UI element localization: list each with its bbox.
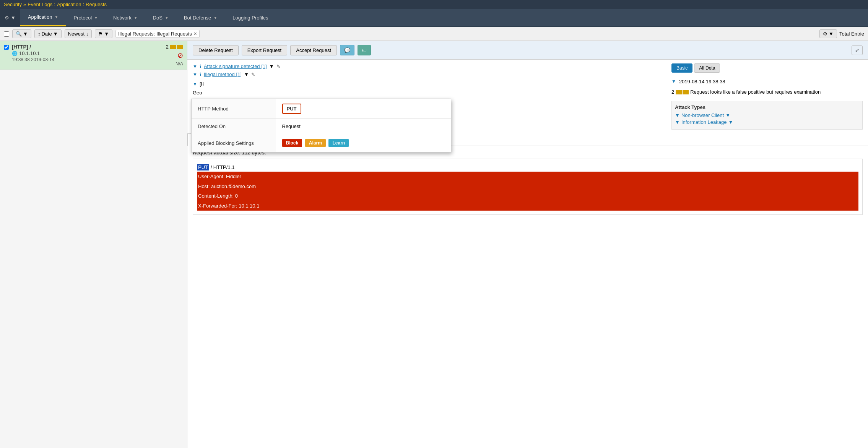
nav-item-protocol[interactable]: Protocol ▼ xyxy=(66,9,106,26)
filter-icon-3: ▼ xyxy=(193,81,197,87)
timestamp-value: 2019-08-14 19:38:38 xyxy=(679,79,725,84)
bot-defense-arrow: ▼ xyxy=(213,16,217,20)
network-arrow: ▼ xyxy=(134,16,138,20)
toolbar-right: ⚙ ▼ Total Entrie xyxy=(819,29,864,38)
comment-button[interactable]: 💬 xyxy=(340,45,354,55)
settings-icon: ⚙ xyxy=(823,31,827,37)
alarm-button[interactable]: Alarm xyxy=(305,139,326,147)
list-item-checkbox[interactable] xyxy=(4,45,9,50)
code-line-3: Host: auction.f5demo.com xyxy=(197,182,858,191)
code-block: PUT / HTTP/1.1 User-Agent: Fiddler Host:… xyxy=(193,159,863,215)
illegal-method-filter-row: ▼ ℹ Illegal method [1] ▼ ✎ xyxy=(193,71,666,77)
illegal-method-link[interactable]: Illegal method [1] xyxy=(204,71,242,77)
delete-request-button[interactable]: Delete Request xyxy=(193,45,239,55)
info-leakage-label: Information Leakage xyxy=(681,119,727,125)
export-request-button[interactable]: Export Request xyxy=(242,45,288,55)
protocol-label: Protocol xyxy=(73,15,92,21)
right-top-detail: Basic All Deta ▼ 2019-08-14 19:38:38 2 xyxy=(671,63,863,130)
accept-request-button[interactable]: Accept Request xyxy=(290,45,337,55)
dos-label: DoS xyxy=(153,15,163,21)
navigation-bar: ⚙ ▼ Application ▼ Protocol ▼ Network ▼ D… xyxy=(0,9,868,27)
severity-indicator: 2 Request looks like a false positive bu… xyxy=(671,89,821,95)
ip-address: 10.1.10.1 xyxy=(19,50,40,56)
total-entries-label: Total Entrie xyxy=(839,31,864,37)
order-label: Newest ↓ xyxy=(68,31,88,37)
list-item-content: [HTTP] / 🌐 10.1.10.1 19:38:38 2019-08-14 xyxy=(12,44,163,62)
na-label: N/A xyxy=(176,61,183,67)
attack-sig-link[interactable]: Attack signature detected [1] xyxy=(204,63,267,69)
action-bar: Delete Request Export Request Accept Req… xyxy=(187,41,868,60)
block-button[interactable]: Block xyxy=(282,139,302,147)
nav-item-network[interactable]: Network ▼ xyxy=(106,9,145,26)
requests-crumb[interactable]: Requests xyxy=(86,2,107,7)
count-label: 2 xyxy=(166,44,169,50)
nav-item-application[interactable]: Application ▼ xyxy=(20,9,66,26)
view-tabs: Basic All Deta xyxy=(671,63,863,73)
severity-detail-box-2 xyxy=(683,90,689,94)
nav-item-dos[interactable]: DoS ▼ xyxy=(145,9,176,26)
expand-icon: ⤢ xyxy=(855,47,859,53)
detected-label-cell: Detected On xyxy=(192,119,276,134)
code-line-5: X-Forwarded-For: 10.1.10.1 xyxy=(197,201,858,211)
nav-item-bot-defense[interactable]: Bot Defense ▼ xyxy=(176,9,225,26)
info-icon-1: ℹ xyxy=(200,64,202,69)
popup-table: HTTP Method PUT Detected On Request Appl… xyxy=(192,99,451,152)
severity-desc: Request looks like a false positive but … xyxy=(690,89,821,95)
filter-label: Illegal Requests: xyxy=(118,31,155,37)
select-all-checkbox[interactable] xyxy=(4,31,9,37)
sort-date-label: Date xyxy=(41,31,52,37)
bot-defense-label: Bot Defense xyxy=(184,15,211,21)
severity-bar xyxy=(170,45,183,49)
learn-button[interactable]: Learn xyxy=(328,139,349,147)
flag-arrow: ▼ xyxy=(104,31,109,37)
breadcrumb: Security » Event Logs : Application : Re… xyxy=(0,0,868,9)
severity-row: 2 Request looks like a false positive bu… xyxy=(671,88,863,96)
sort-date-button[interactable]: ↕ Date ▼ xyxy=(34,29,62,38)
code-line-2: User-Agent: Fiddler xyxy=(197,172,858,181)
filter-close-button[interactable]: ✕ xyxy=(193,31,197,36)
gear-arrow: ▼ xyxy=(11,15,16,21)
severity-detail-box-1 xyxy=(676,90,682,94)
tab-all-details[interactable]: All Deta xyxy=(694,63,720,73)
logging-profiles-label: Logging Profiles xyxy=(232,15,268,21)
filter-icon-nb: ▼ xyxy=(675,112,680,118)
detected-value-cell: Request xyxy=(276,119,451,134)
sep2: : xyxy=(54,2,55,7)
search-arrow: ▼ xyxy=(23,31,28,37)
settings-button[interactable]: ⚙ ▼ xyxy=(819,29,837,38)
flag-button[interactable]: ⚑ ▼ xyxy=(95,29,112,38)
event-logs-crumb[interactable]: Event Logs xyxy=(28,2,52,7)
blocking-btns-cell: Block Alarm Learn xyxy=(276,134,451,152)
filter-icon-il: ▼ xyxy=(675,119,680,125)
list-item-ip: 🌐 10.1.10.1 xyxy=(12,50,163,56)
bracket-label: [H xyxy=(200,81,205,87)
http-method-value: PUT xyxy=(282,104,301,114)
network-label: Network xyxy=(113,15,132,21)
list-item[interactable]: [HTTP] / 🌐 10.1.10.1 19:38:38 2019-08-14… xyxy=(0,41,187,70)
illegal-dropdown-arrow: ▼ xyxy=(244,71,249,77)
nav-gear-button[interactable]: ⚙ ▼ xyxy=(0,9,20,26)
edit-icon-1[interactable]: ✎ xyxy=(276,64,280,69)
severity-box-1 xyxy=(170,45,176,49)
dos-arrow: ▼ xyxy=(165,16,169,20)
severity-count: 2 xyxy=(671,89,674,95)
popup-overlay: HTTP Method PUT Detected On Request Appl… xyxy=(191,99,451,153)
non-browser-arrow: ▼ xyxy=(725,112,730,118)
tab-basic[interactable]: Basic xyxy=(671,63,692,73)
severity-bar-detail xyxy=(676,90,689,94)
code-line-1: PUT / HTTP/1.1 xyxy=(197,163,858,172)
search-button[interactable]: 🔍 ▼ xyxy=(12,29,31,38)
order-button[interactable]: Newest ↓ xyxy=(65,29,92,38)
popup-row-method: HTTP Method PUT xyxy=(192,99,451,119)
list-toolbar: 🔍 ▼ ↕ Date ▼ Newest ↓ ⚑ ▼ Illegal Reques… xyxy=(0,27,868,41)
non-browser-link[interactable]: ▼ Non-browser Client ▼ xyxy=(675,112,859,118)
tag-button[interactable]: 🏷 xyxy=(358,45,371,55)
edit-icon-2[interactable]: ✎ xyxy=(251,72,255,77)
nav-item-logging-profiles[interactable]: Logging Profiles xyxy=(225,9,276,26)
application-crumb[interactable]: Application xyxy=(57,2,81,7)
expand-button[interactable]: ⤢ xyxy=(852,45,863,55)
info-leakage-link[interactable]: ▼ Information Leakage ▼ xyxy=(675,119,859,125)
right-panel: Delete Request Export Request Accept Req… xyxy=(187,41,868,448)
security-crumb: Security xyxy=(4,2,22,7)
attack-sig-filter-row: ▼ ℹ Attack signature detected [1] ▼ ✎ xyxy=(193,63,666,69)
